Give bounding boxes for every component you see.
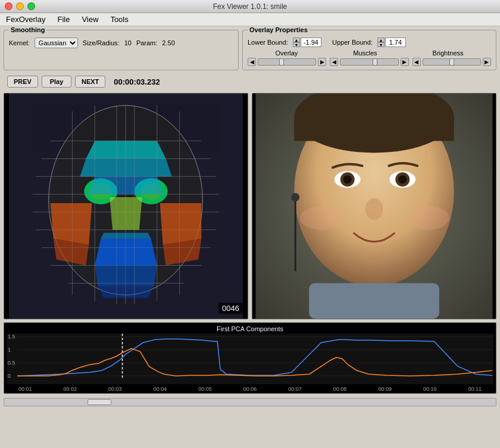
x-label-10: 00:10 <box>423 386 437 392</box>
muscles-slider-track[interactable] <box>340 58 398 66</box>
menu-file[interactable]: File <box>55 14 72 25</box>
prev-button[interactable]: PREV <box>7 76 38 88</box>
svg-marker-27 <box>160 203 202 245</box>
frame-number: 0046 <box>218 303 243 314</box>
lower-bound-label: Lower Bound: <box>248 39 288 46</box>
svg-marker-24 <box>110 197 142 230</box>
lower-bound-value[interactable]: -1.94 <box>301 38 321 47</box>
brightness-slider-track[interactable] <box>423 58 481 66</box>
svg-text:0: 0 <box>8 373 11 379</box>
video-frame-panel <box>252 93 496 319</box>
face-overlay-panel: 0046 <box>4 93 248 319</box>
upper-bound-control: ▲ ▼ 1.74 <box>377 38 406 47</box>
brightness-slider-label: Brightness <box>433 49 464 57</box>
close-button[interactable] <box>5 2 12 10</box>
menu-fexoverlay[interactable]: FexOverlay <box>4 14 48 25</box>
svg-marker-33 <box>89 176 162 194</box>
x-label-4: 00:04 <box>154 386 167 392</box>
main-content: Smoothing Kernel: Gaussian Mean Median S… <box>0 26 500 410</box>
chart-container: First PCA Components 1.5 1 0.5 0 <box>4 322 496 394</box>
upper-bound-down[interactable]: ▼ <box>377 42 385 47</box>
param-value: 2.50 <box>162 39 174 46</box>
svg-marker-18 <box>86 141 165 159</box>
upper-bound-label: Upper Bound: <box>332 39 373 46</box>
svg-rect-54 <box>294 117 454 141</box>
menu-tools[interactable]: Tools <box>108 14 130 25</box>
face-overlay-svg <box>4 94 248 319</box>
slider-labels-row: Overlay Muscles Brightness <box>248 49 491 57</box>
x-label-5: 00:05 <box>198 386 212 392</box>
x-label-6: 00:06 <box>243 386 257 392</box>
overlay-properties-panel: Overlay Properties Lower Bound: ▲ ▼ -1.9… <box>242 30 496 70</box>
title-bar: Fex Viewer 1.0.1: smile <box>0 0 500 13</box>
svg-point-63 <box>291 193 299 201</box>
window-controls <box>5 2 35 10</box>
upper-bound-value[interactable]: 1.74 <box>385 38 406 47</box>
lower-bound-down[interactable]: ▼ <box>293 42 300 47</box>
chart-x-labels: 00:01 00:02 00:03 00:04 00:05 00:06 00:0… <box>7 386 493 392</box>
svg-text:0.5: 0.5 <box>8 360 15 366</box>
maximize-button[interactable] <box>27 2 35 10</box>
muscles-slider-group: ◀ ▶ <box>330 58 408 66</box>
lower-bound-arrows: ▲ ▼ <box>293 38 300 47</box>
top-panels: Smoothing Kernel: Gaussian Mean Median S… <box>4 30 496 70</box>
x-label-2: 00:02 <box>64 386 77 392</box>
scrollbar-thumb[interactable] <box>88 399 111 405</box>
x-label-1: 00:01 <box>18 386 32 392</box>
lower-bound-up[interactable]: ▲ <box>293 38 300 42</box>
minimize-button[interactable] <box>16 2 24 10</box>
menu-view[interactable]: View <box>79 14 101 25</box>
svg-point-61 <box>365 198 383 220</box>
window-title: Fex Viewer 1.0.1: smile <box>213 2 288 11</box>
x-label-11: 00:11 <box>468 386 482 392</box>
chart-title: First PCA Components <box>7 325 493 332</box>
size-value: 10 <box>124 39 132 46</box>
brightness-slider-right[interactable]: ▶ <box>483 58 491 66</box>
svg-point-66 <box>408 206 449 230</box>
next-button[interactable]: NEXT <box>75 76 105 88</box>
param-label: Param: <box>136 39 157 46</box>
svg-marker-19 <box>80 158 171 176</box>
upper-bound-up[interactable]: ▲ <box>377 38 385 42</box>
brightness-slider-left[interactable]: ◀ <box>412 58 421 66</box>
sliders-row: ◀ ▶ ◀ ▶ ◀ <box>248 58 491 66</box>
play-button[interactable]: Play <box>42 76 71 88</box>
overlay-slider-track[interactable] <box>258 58 316 66</box>
overlay-slider-label: Overlay <box>275 49 298 57</box>
svg-marker-30 <box>101 233 151 239</box>
svg-rect-64 <box>309 283 439 319</box>
x-label-9: 00:09 <box>378 386 392 392</box>
svg-text:1: 1 <box>8 347 11 353</box>
x-label-3: 00:03 <box>108 386 122 392</box>
size-label: Size/Radius: <box>83 39 120 46</box>
muscles-slider-right[interactable]: ▶ <box>401 58 409 66</box>
svg-point-57 <box>343 175 352 183</box>
upper-bound-arrows: ▲ ▼ <box>377 38 385 47</box>
overlay-slider-group: ◀ ▶ <box>248 58 326 66</box>
smoothing-panel: Smoothing Kernel: Gaussian Mean Median S… <box>4 30 239 70</box>
svg-text:1.5: 1.5 <box>8 334 15 340</box>
bounds-row: Lower Bound: ▲ ▼ -1.94 Upper Bound: ▲ ▼ … <box>248 38 491 47</box>
svg-marker-25 <box>51 203 92 245</box>
svg-marker-29 <box>95 239 157 266</box>
menu-bar: FexOverlay File View Tools <box>0 13 500 26</box>
time-display: 00:00:03.232 <box>114 77 160 86</box>
svg-point-60 <box>398 175 407 183</box>
video-frame-svg <box>252 94 496 319</box>
muscles-slider-left[interactable]: ◀ <box>330 58 338 66</box>
muscles-slider-label: Muscles <box>353 49 377 57</box>
svg-point-65 <box>300 206 342 230</box>
smoothing-controls: Kernel: Gaussian Mean Median Size/Radius… <box>9 38 233 48</box>
bottom-scrollbar[interactable] <box>4 398 496 406</box>
overlay-slider-left[interactable]: ◀ <box>248 58 256 66</box>
brightness-slider-group: ◀ ▶ <box>412 58 491 66</box>
kernel-select[interactable]: Gaussian Mean Median <box>35 38 78 48</box>
kernel-label: Kernel: <box>9 39 30 46</box>
smoothing-label: Smoothing <box>9 26 46 33</box>
images-row: 0046 <box>4 93 496 319</box>
overlay-slider-right[interactable]: ▶ <box>318 58 326 66</box>
x-label-8: 00:08 <box>333 386 347 392</box>
x-label-7: 00:07 <box>288 386 302 392</box>
chart-svg: 1.5 1 0.5 0 <box>7 334 493 384</box>
overlay-properties-label: Overlay Properties <box>248 26 310 33</box>
